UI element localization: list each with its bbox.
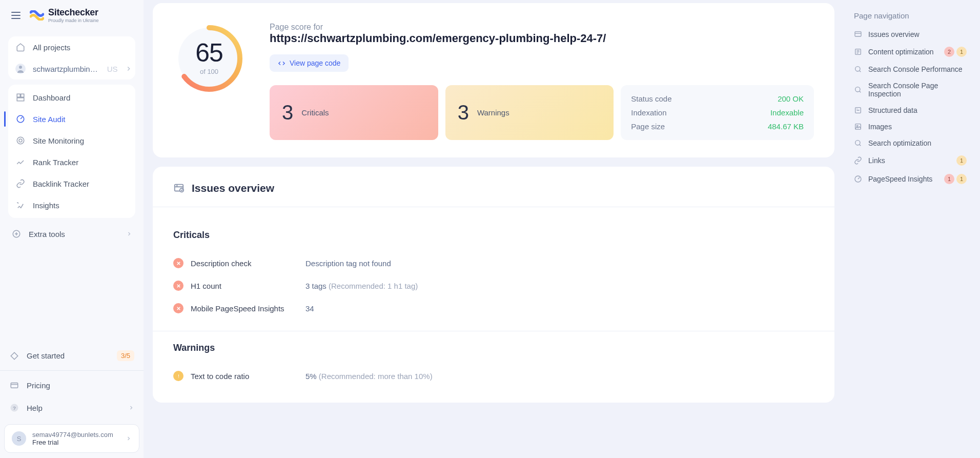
nav-badge: 2 xyxy=(944,47,954,57)
critical-icon xyxy=(173,281,183,291)
warnings-label: Warnings xyxy=(477,108,509,117)
sidebar-item-insights[interactable]: Insights xyxy=(8,194,135,216)
issues-title: Issues overview xyxy=(173,182,814,194)
sidebar-item-label: Site Audit xyxy=(33,115,65,124)
issue-row[interactable]: Description check Description tag not fo… xyxy=(173,252,814,274)
view-code-label: View page code xyxy=(290,59,340,67)
nav-label: Search optimization xyxy=(868,139,931,147)
nav-badge: 1 xyxy=(956,174,967,184)
score-card: 65 of 100 Page score for https://schwart… xyxy=(153,3,834,157)
nav-label: Issues overview xyxy=(868,30,920,38)
nav-badge: 1 xyxy=(944,174,954,184)
warnings-count: 3 xyxy=(458,101,469,124)
issue-name: H1 count xyxy=(191,282,298,290)
svg-point-18 xyxy=(855,67,860,71)
issue-row[interactable]: Text to code ratio 5% (Recommended: more… xyxy=(173,365,814,387)
sidebar-item-site-monitoring[interactable]: Site Monitoring xyxy=(8,130,135,151)
svg-rect-4 xyxy=(17,98,24,101)
project-code: US xyxy=(107,65,118,73)
page-navigation-panel: Page navigation Issues overviewContent o… xyxy=(844,3,977,458)
nav-icon xyxy=(854,86,862,94)
brand-subtitle: Proudly made in Ukraine xyxy=(48,18,99,23)
user-email: semav49774@bunlets.com xyxy=(32,431,113,439)
sidebar-item-get-started[interactable]: Get started 3/5 xyxy=(0,344,144,367)
svg-point-7 xyxy=(19,139,22,142)
insights-icon xyxy=(15,200,26,210)
chevron-right-icon xyxy=(126,231,132,237)
svg-point-23 xyxy=(855,141,860,145)
sidebar-item-site-audit[interactable]: Site Audit xyxy=(8,108,135,130)
page-meta: Status code 200 OK Indexation Indexable … xyxy=(621,85,814,140)
avatar: S xyxy=(12,431,26,446)
meta-val: Indexable xyxy=(770,108,804,117)
score-of: of 100 xyxy=(195,68,223,75)
svg-point-1 xyxy=(19,66,22,69)
nav-item[interactable]: Issues overview xyxy=(849,26,972,43)
project-name: schwartzplumbin… xyxy=(33,65,98,73)
nav-label: Images xyxy=(868,123,892,131)
nav-icon xyxy=(854,48,862,56)
rank-icon xyxy=(15,157,26,167)
user-card[interactable]: S semav49774@bunlets.com Free trial xyxy=(4,424,139,453)
link-icon xyxy=(15,178,26,189)
issues-icon xyxy=(173,183,185,194)
nav-item[interactable]: Content optimization21 xyxy=(849,43,972,61)
nav-item[interactable]: Search Console Page Inspection xyxy=(849,77,972,102)
criticals-count: 3 xyxy=(282,101,293,124)
sidebar-item-label: Site Monitoring xyxy=(33,136,84,145)
nav-item[interactable]: Search Console Performance xyxy=(849,61,972,77)
issue-row[interactable]: Mobile PageSpeed Insights 34 xyxy=(173,297,814,320)
score-url: https://schwartzplumbing.com/emergency-p… xyxy=(270,32,814,45)
nav-label: Links xyxy=(868,156,885,165)
menu-toggle[interactable] xyxy=(9,10,23,21)
nav-item[interactable]: Links1 xyxy=(849,151,972,170)
project-avatar-icon xyxy=(15,64,26,74)
nav-badge: 1 xyxy=(956,155,967,166)
monitoring-icon xyxy=(15,135,26,146)
extra-tools-label: Extra tools xyxy=(29,230,65,238)
nav-item[interactable]: Structured data xyxy=(849,102,972,118)
criticals-title: Criticals xyxy=(173,230,814,241)
issue-name: Mobile PageSpeed Insights xyxy=(191,304,298,313)
criticals-stat[interactable]: 3 Criticals xyxy=(270,85,438,140)
current-project[interactable]: schwartzplumbin… US xyxy=(8,58,135,79)
get-started-badge: 3/5 xyxy=(117,350,134,361)
sidebar-item-extra-tools[interactable]: Extra tools xyxy=(4,223,139,245)
sidebar-item-pricing[interactable]: Pricing xyxy=(0,374,144,396)
warnings-stat[interactable]: 3 Warnings xyxy=(445,85,614,140)
nav-item[interactable]: Images xyxy=(849,118,972,135)
all-projects-link[interactable]: All projects xyxy=(8,36,135,58)
sidebar-item-help[interactable]: ? Help xyxy=(0,396,144,419)
issue-row[interactable]: H1 count 3 tags (Recommended: 1 h1 tag) xyxy=(173,274,814,297)
critical-icon xyxy=(173,258,183,268)
sidebar-item-dashboard[interactable]: Dashboard xyxy=(8,87,135,108)
meta-key: Status code xyxy=(631,94,671,103)
nav-label: Structured data xyxy=(868,106,917,114)
nav-item[interactable]: Search optimization xyxy=(849,135,972,151)
score-gauge: 65 of 100 xyxy=(173,23,245,94)
home-icon xyxy=(15,42,26,52)
meta-key: Page size xyxy=(631,122,665,131)
svg-rect-3 xyxy=(21,94,24,97)
sidebar-item-rank-tracker[interactable]: Rank Tracker xyxy=(8,151,135,173)
svg-point-22 xyxy=(856,125,858,127)
sidebar-item-backlink-tracker[interactable]: Backlink Tracker xyxy=(8,173,135,194)
sidebar-item-label: Backlink Tracker xyxy=(33,180,89,188)
nav-icon xyxy=(854,175,862,183)
brand-title: Sitechecker xyxy=(48,7,99,18)
nav-icon xyxy=(854,156,862,165)
issue-name: Text to code ratio xyxy=(191,372,298,381)
svg-rect-9 xyxy=(11,383,18,388)
nav-label: PageSpeed Insights xyxy=(868,175,932,183)
issue-desc: 34 xyxy=(305,304,314,313)
score-label: Page score for xyxy=(270,23,814,32)
nav-item[interactable]: PageSpeed Insights11 xyxy=(849,170,972,188)
logo[interactable]: Sitechecker Proudly made in Ukraine xyxy=(30,7,99,23)
page-nav-title: Page navigation xyxy=(849,10,972,26)
view-page-code-button[interactable]: View page code xyxy=(270,54,349,72)
svg-rect-16 xyxy=(855,32,861,36)
critical-icon xyxy=(173,303,183,313)
logo-icon xyxy=(30,10,44,21)
meta-row: Page size 484.67 KB xyxy=(631,122,804,131)
nav-label: Content optimization xyxy=(868,48,934,56)
